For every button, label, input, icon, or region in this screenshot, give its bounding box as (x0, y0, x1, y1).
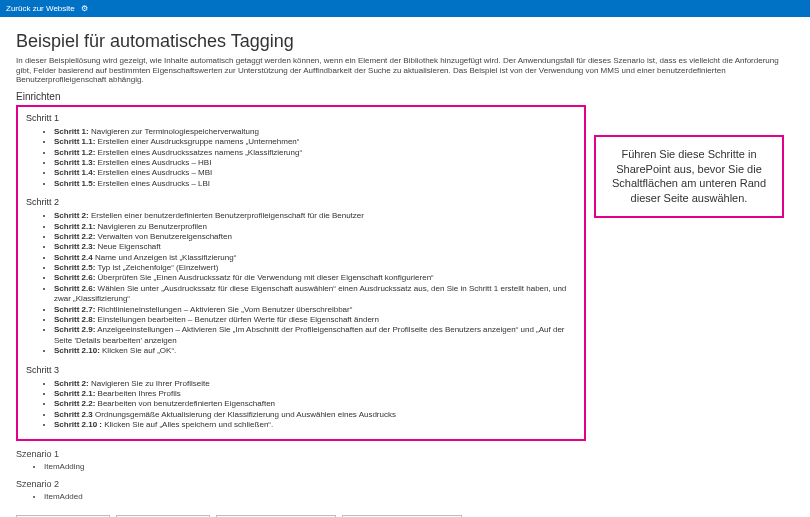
step-group-2: Schritt 2 Schritt 2: Erstellen einer ben… (26, 197, 576, 356)
list-item: Schritt 2.3: Neue Eigenschaft (54, 242, 576, 252)
list-item: Schritt 2.2: Verwalten von Benutzereigen… (54, 232, 576, 242)
callout-text: Führen Sie diese Schritte in SharePoint … (612, 148, 766, 205)
list-item: Schritt 2.1: Navigieren zu Benutzerprofi… (54, 222, 576, 232)
list-item: Schritt 2.6: Wählen Sie unter „Ausdrucks… (54, 284, 576, 305)
list-item: Schritt 2.3 Ordnungsgemäße Aktualisierun… (54, 410, 576, 420)
scenario-2-title: Szenario 2 (16, 479, 794, 489)
list-item: Schritt 1.3: Erstellen eines Ausdrucks –… (54, 158, 576, 168)
page-body: Beispiel für automatisches Tagging In di… (0, 17, 810, 517)
scenario-1-title: Szenario 1 (16, 449, 794, 459)
list-item: Schritt 2.1: Bearbeiten Ihres Profils (54, 389, 576, 399)
list-item: Schritt 1.4: Erstellen eines Ausdrucks –… (54, 168, 576, 178)
step-group-1-title: Schritt 1 (26, 113, 576, 123)
list-item: ItemAdded (44, 492, 794, 501)
step-list-3: Schritt 2: Navigieren Sie zu Ihrer Profi… (26, 379, 576, 431)
page-intro-text: In dieser Beispiellösung wird gezeigt, w… (16, 56, 794, 85)
list-item: Schritt 1.1: Erstellen einer Ausdrucksgr… (54, 137, 576, 147)
page-title: Beispiel für automatisches Tagging (16, 31, 794, 52)
list-item: Schritt 1.2: Erstellen eines Ausdruckssa… (54, 148, 576, 158)
list-item: Schritt 2: Navigieren Sie zu Ihrer Profi… (54, 379, 576, 389)
scenario-2-block: Szenario 2 ItemAdded (16, 479, 794, 501)
step-group-1: Schritt 1 Schritt 1: Navigieren zur Term… (26, 113, 576, 189)
list-item: Schritt 2.9: Anzeigeeinstellungen – Akti… (54, 325, 576, 346)
list-item: Schritt 2: Erstellen einer benutzerdefin… (54, 211, 576, 221)
gear-icon[interactable]: ⚙ (81, 4, 88, 13)
list-item: Schritt 2.10 : Klicken Sie auf „Alles sp… (54, 420, 576, 430)
scenario-1-list: ItemAdding (16, 462, 794, 471)
scenario-1-block: Szenario 1 ItemAdding (16, 449, 794, 471)
step-list-1: Schritt 1: Navigieren zur Terminologiesp… (26, 127, 576, 189)
list-item: Schritt 2.8: Einstellungen bearbeiten – … (54, 315, 576, 325)
list-item: Schritt 2.5: Typ ist „Zeichenfolge“ (Ein… (54, 263, 576, 273)
scenario-2-list: ItemAdded (16, 492, 794, 501)
step-group-2-title: Schritt 2 (26, 197, 576, 207)
setup-steps-box: Schritt 1 Schritt 1: Navigieren zur Term… (16, 105, 586, 441)
back-to-site-link[interactable]: Zurück zur Website (6, 4, 75, 13)
list-item: Schritt 2.2: Bearbeiten von benutzerdefi… (54, 399, 576, 409)
list-item: ItemAdding (44, 462, 794, 471)
list-item: Schritt 2.10: Klicken Sie auf „OK“. (54, 346, 576, 356)
step-group-3: Schritt 3 Schritt 2: Navigieren Sie zu I… (26, 365, 576, 431)
list-item: Schritt 1.5: Erstellen eines Ausdrucks –… (54, 179, 576, 189)
top-bar: Zurück zur Website ⚙ (0, 0, 810, 17)
list-item: Schritt 1: Navigieren zur Terminologiesp… (54, 127, 576, 137)
step-group-3-title: Schritt 3 (26, 365, 576, 375)
list-item: Schritt 2.4 Name und Anzeigen ist „Klass… (54, 253, 576, 263)
list-item: Schritt 2.7: Richtlinieneinstellungen – … (54, 305, 576, 315)
setup-heading: Einrichten (16, 91, 794, 102)
list-item: Schritt 2.6: Überprüfen Sie „Einen Ausdr… (54, 273, 576, 283)
instruction-callout: Führen Sie diese Schritte in SharePoint … (594, 135, 784, 218)
main-row: Schritt 1 Schritt 1: Navigieren zur Term… (16, 105, 794, 441)
step-list-2: Schritt 2: Erstellen einer benutzerdefin… (26, 211, 576, 356)
